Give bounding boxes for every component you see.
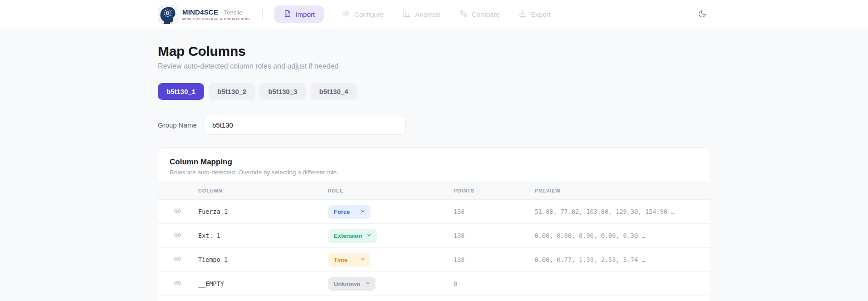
column-name: Fuerza 1 <box>198 208 328 215</box>
chevron-down-icon <box>365 281 371 287</box>
role-select[interactable]: Time <box>328 253 371 267</box>
eye-icon <box>174 279 181 288</box>
table-header: COLUMN ROLE POINTS PREVIEW <box>158 182 710 200</box>
nav-item-label: Export <box>531 10 551 18</box>
column-header-role: ROLE <box>328 188 454 193</box>
tab-b5t130-1[interactable]: b5t130_1 <box>158 83 204 100</box>
card-title: Column Mapping <box>170 158 698 167</box>
role-value: Time <box>334 257 347 263</box>
column-mapping-card: Column Mapping Roles are auto-detected. … <box>158 147 710 301</box>
tab-b5t130-3[interactable]: b5t130_3 <box>259 83 306 100</box>
top-nav: MIND4SCE - Tensile MIND FOR SCIENCE & EN… <box>0 0 868 29</box>
points-count: 138 <box>454 232 535 239</box>
nav-item-compare[interactable]: Compare <box>458 5 501 23</box>
role-select[interactable]: Unknown <box>328 277 375 291</box>
chevron-down-icon <box>360 257 366 263</box>
dataset-tabs: b5t130_1 b5t130_2 b5t130_3 b5t130_4 <box>158 83 710 100</box>
nav-item-analysis[interactable]: Analysis <box>402 5 441 23</box>
main-content: Map Columns Review auto-detected column … <box>158 44 710 301</box>
visibility-toggle[interactable] <box>171 229 184 242</box>
table-row: Ext. 1 Extension 138 0.00, 0.00, 0.00, 0… <box>158 224 710 248</box>
tab-b5t130-4[interactable]: b5t130_4 <box>311 83 357 100</box>
eye-icon <box>174 231 181 240</box>
brand-logo-icon <box>158 5 178 24</box>
nav-item-label: Compare <box>472 10 500 18</box>
table-row: Tiempo 1 Time 138 0.00, 0.77, 1.59, 2.53… <box>158 248 710 272</box>
table-row: __EMPTY Unknown 0 <box>158 272 710 296</box>
group-name-label: Group Name <box>158 121 204 129</box>
nav-item-export[interactable]: Export <box>518 5 551 23</box>
points-count: 0 <box>454 280 535 287</box>
file-import-icon <box>283 10 292 19</box>
nav-item-label: Import <box>296 10 315 18</box>
gear-icon <box>342 10 350 19</box>
role-select[interactable]: Extension <box>328 229 377 243</box>
column-name: __EMPTY <box>198 280 328 287</box>
visibility-toggle[interactable] <box>171 253 184 266</box>
moon-icon <box>698 10 707 20</box>
table-row-partial <box>158 296 710 301</box>
points-count: 138 <box>454 256 535 263</box>
nav-item-import[interactable]: Import <box>274 5 324 23</box>
preview-values: 51.88, 77.82, 103.80, 129.30, 154.90 … <box>535 208 710 215</box>
chevron-down-icon <box>360 208 366 215</box>
role-value: Unknown <box>334 281 361 287</box>
column-header-column: COLUMN <box>198 188 328 193</box>
visibility-toggle[interactable] <box>171 205 184 218</box>
role-value: Force <box>334 208 350 215</box>
points-count: 138 <box>454 208 535 215</box>
table-row: Fuerza 1 Force 138 51.88, 77.82, 103.80,… <box>158 200 710 224</box>
nav-divider <box>262 8 263 21</box>
eye-icon <box>174 207 181 216</box>
column-name: Ext. 1 <box>198 232 328 239</box>
brand-suffix: - Tensile <box>220 10 242 16</box>
compare-icon <box>459 10 468 19</box>
tab-b5t130-2[interactable]: b5t130_2 <box>209 83 255 100</box>
group-name-input[interactable] <box>204 115 406 135</box>
group-name-row: Group Name <box>158 115 710 135</box>
page-title: Map Columns <box>158 44 710 59</box>
download-icon <box>519 10 527 19</box>
column-name: Tiempo 1 <box>198 256 328 263</box>
column-header-points: POINTS <box>454 188 535 193</box>
visibility-toggle[interactable] <box>171 277 184 290</box>
card-subtitle: Roles are auto-detected. Override by sel… <box>170 169 698 176</box>
brand-name: MIND4SCE <box>182 8 218 16</box>
brand: MIND4SCE - Tensile MIND FOR SCIENCE & EN… <box>158 5 250 24</box>
nav-item-configure[interactable]: Configure <box>341 5 385 23</box>
preview-values: 0.00, 0.77, 1.59, 2.53, 3.74 … <box>535 256 710 263</box>
chevron-down-icon <box>366 232 372 239</box>
theme-toggle-button[interactable] <box>694 6 710 23</box>
brand-tagline: MIND FOR SCIENCE & ENGINEERING <box>182 17 250 20</box>
page-subtitle: Review auto-detected column roles and ad… <box>158 62 710 70</box>
nav-items: Import Configure Analysis <box>274 5 551 23</box>
column-header-preview: PREVIEW <box>535 188 710 193</box>
nav-item-label: Analysis <box>415 10 440 18</box>
bar-chart-icon <box>403 10 411 19</box>
eye-icon <box>174 255 181 264</box>
role-select[interactable]: Force <box>328 205 371 219</box>
nav-item-label: Configure <box>354 10 384 18</box>
preview-values: 0.00, 0.00, 0.00, 0.00, 0.30 … <box>535 232 710 239</box>
role-value: Extension <box>334 232 362 239</box>
